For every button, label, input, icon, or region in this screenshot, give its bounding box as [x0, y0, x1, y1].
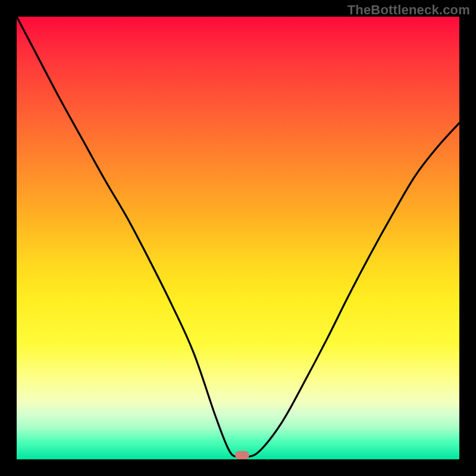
plot-area — [17, 17, 459, 459]
optimal-point-marker — [235, 451, 249, 459]
watermark-label: TheBottleneck.com — [347, 2, 470, 18]
bottleneck-curve — [17, 17, 459, 458]
chart-canvas: TheBottleneck.com — [0, 0, 476, 476]
curve-svg — [17, 17, 459, 459]
